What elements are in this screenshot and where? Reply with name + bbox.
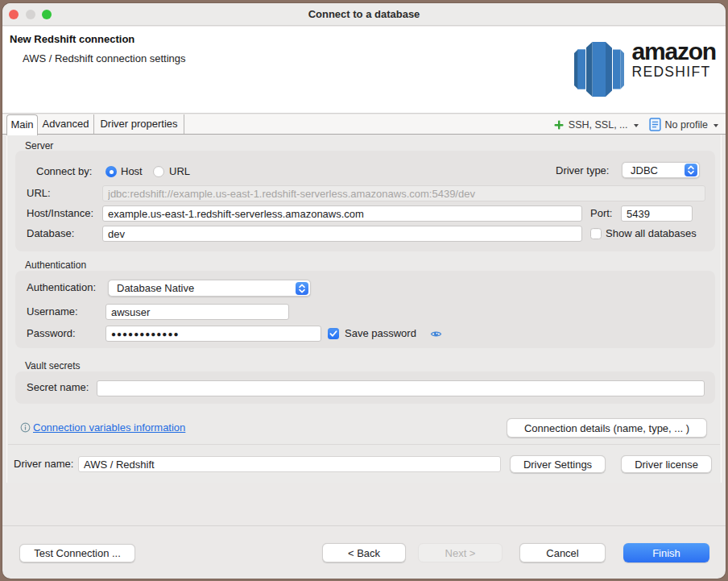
url-label: URL:	[27, 185, 51, 201]
secret-name-label: Secret name:	[27, 380, 89, 396]
connection-variables-link[interactable]: Connection variables information	[33, 421, 185, 434]
select-stepper-icon	[296, 282, 308, 295]
driver-type-select[interactable]: JDBC	[622, 162, 700, 178]
save-password-checkbox[interactable]	[328, 328, 339, 339]
database-label: Database:	[27, 226, 74, 242]
authentication-select[interactable]: Database Native	[108, 280, 311, 297]
logo-amazon-text: amazon	[632, 40, 717, 63]
connect-database-dialog: Connect to a database New Redshift conne…	[2, 3, 726, 579]
show-all-databases-checkbox[interactable]	[590, 228, 602, 239]
password-input[interactable]	[105, 326, 321, 342]
footer-separator	[2, 525, 726, 526]
save-password-label[interactable]: Save password	[345, 326, 416, 342]
desktop-background: Connect to a database New Redshift conne…	[0, 0, 728, 581]
connect-by-host-radio[interactable]	[105, 166, 117, 177]
username-input[interactable]	[105, 304, 289, 320]
chevron-down-icon[interactable]	[634, 124, 639, 127]
show-all-databases-label[interactable]: Show all databases	[606, 226, 697, 242]
next-button: Next >	[418, 543, 503, 562]
driver-name-label: Driver name:	[14, 456, 73, 472]
tab-driver-properties[interactable]: Driver properties	[94, 114, 184, 134]
connect-by-url-radio[interactable]	[153, 166, 164, 177]
logo-text: amazon REDSHIFT	[632, 40, 717, 80]
show-password-eye-icon[interactable]	[430, 328, 442, 340]
database-input[interactable]	[102, 226, 582, 242]
username-label: Username:	[27, 304, 78, 320]
tab-strip: Main Advanced Driver properties SSH, SSL…	[2, 114, 726, 135]
driver-settings-button[interactable]: Driver Settings	[510, 455, 606, 473]
tab-advanced[interactable]: Advanced	[38, 114, 94, 134]
wizard-header: New Redshift connection AWS / Redshift c…	[2, 27, 726, 114]
cancel-button[interactable]: Cancel	[519, 543, 606, 562]
connect-by-url-label[interactable]: URL	[169, 164, 190, 180]
ssh-ssl-menu[interactable]: SSH, SSL, ...	[569, 119, 628, 131]
vault-secrets-group-label: Vault secrets	[25, 360, 80, 371]
connect-by-label: Connect by:	[36, 164, 92, 180]
info-icon	[20, 422, 31, 433]
profile-menu[interactable]: No profile	[665, 119, 709, 131]
chevron-down-icon[interactable]	[714, 124, 718, 127]
server-group-label: Server	[25, 140, 53, 151]
test-connection-button[interactable]: Test Connection ...	[19, 544, 135, 562]
plus-icon	[554, 120, 564, 130]
url-input	[102, 185, 705, 201]
select-stepper-icon	[685, 164, 697, 176]
driver-name-field: AWS / Redshift	[78, 456, 501, 472]
tab-main[interactable]: Main	[6, 114, 38, 135]
driver-separator	[8, 444, 720, 445]
driver-type-label: Driver type:	[556, 163, 609, 179]
port-input[interactable]	[621, 205, 693, 222]
titlebar[interactable]: Connect to a database	[2, 3, 726, 26]
secret-name-input[interactable]	[97, 380, 705, 396]
window-title: Connect to a database	[2, 3, 726, 26]
authentication-label: Authentication:	[27, 280, 96, 296]
profile-document-icon	[649, 118, 661, 131]
back-button[interactable]: < Back	[322, 543, 406, 562]
port-label: Port:	[590, 205, 612, 222]
connection-details-button[interactable]: Connection details (name, type, ... )	[507, 418, 707, 438]
host-label: Host/Instance:	[27, 205, 93, 222]
connect-by-host-label[interactable]: Host	[121, 164, 143, 180]
authentication-group-label: Authentication	[25, 259, 86, 271]
page-title: New Redshift connection	[10, 33, 134, 45]
host-input[interactable]	[102, 205, 582, 222]
authentication-value: Database Native	[109, 282, 296, 294]
tab-strip-actions: SSH, SSL, ... No profile	[554, 114, 720, 135]
driver-license-button[interactable]: Driver license	[621, 455, 712, 473]
page-subtitle: AWS / Redshift connection settings	[23, 52, 186, 64]
driver-type-value: JDBC	[623, 164, 685, 176]
redshift-database-icon	[574, 42, 624, 97]
logo-redshift-text: REDSHIFT	[632, 64, 717, 80]
amazon-redshift-logo: amazon REDSHIFT	[574, 39, 716, 96]
password-label: Password:	[27, 326, 76, 342]
finish-button[interactable]: Finish	[623, 543, 709, 562]
